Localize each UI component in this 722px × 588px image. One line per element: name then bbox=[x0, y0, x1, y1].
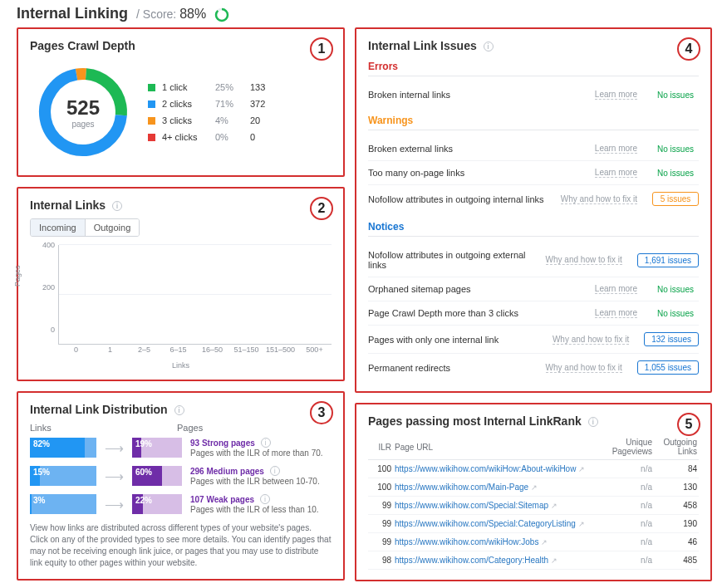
pages-bar: 19% bbox=[132, 438, 182, 458]
crawl-depth-legend: 1 click 25% 133 2 clicks 71% 372 3 click… bbox=[148, 82, 278, 142]
no-issues-label: No issues bbox=[652, 285, 699, 294]
card-link-distribution: 3 Internal Link Distribution i Links Pag… bbox=[17, 391, 345, 581]
card-number-2: 2 bbox=[310, 197, 333, 220]
cell-ilr: 99 bbox=[368, 497, 393, 515]
issue-name: Page Crawl Depth more than 3 clicks bbox=[368, 308, 595, 318]
col-uniq[interactable]: Unique Pageviews bbox=[602, 434, 654, 460]
y-tick: 200 bbox=[42, 283, 55, 292]
bar-label: 51–150 bbox=[229, 345, 263, 357]
info-icon[interactable]: i bbox=[260, 494, 270, 504]
table-row: 100 https://www.wikihow.com/wikiHow:Abou… bbox=[368, 460, 699, 478]
issue-help-link[interactable]: Why and how to fix it bbox=[546, 363, 622, 373]
issue-name: Nofollow attributes in outgoing external… bbox=[368, 250, 546, 270]
table-row: 100 https://www.wikihow.com/Main-Page↗ n… bbox=[368, 478, 699, 497]
external-link-icon[interactable]: ↗ bbox=[551, 502, 557, 510]
issue-help-link[interactable]: Learn more bbox=[595, 284, 637, 294]
legend-pct: 4% bbox=[215, 115, 243, 125]
no-issues-label: No issues bbox=[652, 145, 699, 154]
card-title: Pages passing most Internal LinkRank i bbox=[368, 414, 699, 428]
cell-ilr: 98 bbox=[368, 551, 393, 570]
col-out[interactable]: Outgoing Links bbox=[654, 434, 699, 460]
issue-count-pill[interactable]: 1,055 issues bbox=[637, 360, 699, 375]
issue-row: Page Crawl Depth more than 3 clicks Lear… bbox=[368, 301, 699, 325]
distribution-row[interactable]: 82% ⟶ 19% 93 Strong pages i Pages with t… bbox=[30, 438, 332, 458]
external-link-icon[interactable]: ↗ bbox=[578, 465, 585, 473]
links-bar: 15% bbox=[30, 466, 96, 486]
issue-name: Broken external links bbox=[368, 144, 595, 154]
arrow-right-icon: ⟶ bbox=[105, 468, 124, 484]
page-url-link[interactable]: https://www.wikihow.com/wikiHow:About-wi… bbox=[395, 464, 576, 473]
legend-row[interactable]: 2 clicks 71% 372 bbox=[148, 99, 278, 109]
card-number-3: 3 bbox=[310, 401, 333, 424]
info-icon[interactable]: i bbox=[112, 201, 122, 211]
no-issues-label: No issues bbox=[652, 91, 699, 100]
tab-outgoing[interactable]: Outgoing bbox=[85, 219, 140, 236]
legend-swatch bbox=[148, 117, 155, 125]
legend-swatch bbox=[148, 100, 155, 108]
cell-url: https://www.wikihow.com/wikiHow:About-wi… bbox=[393, 460, 602, 478]
col-ilr[interactable]: ILR bbox=[368, 434, 393, 460]
external-link-icon[interactable]: ↗ bbox=[541, 538, 548, 546]
cell-ilr: 100 bbox=[368, 478, 393, 497]
table-row: 99 https://www.wikihow.com/Special:Sitem… bbox=[368, 497, 699, 515]
issue-help-link[interactable]: Learn more bbox=[595, 308, 637, 318]
cell-uniq: n/a bbox=[602, 515, 654, 533]
bar-label: 0 bbox=[59, 345, 93, 357]
issue-row: Broken internal links Learn more No issu… bbox=[368, 83, 699, 106]
issue-help-link[interactable]: Why and how to fix it bbox=[546, 255, 622, 265]
page-header: Internal Linking / Score: 88% bbox=[0, 0, 722, 27]
distribution-note: View how links are distributed across di… bbox=[30, 522, 332, 569]
legend-label: 1 click bbox=[162, 82, 209, 92]
info-icon[interactable]: i bbox=[484, 42, 494, 51]
issue-count-pill[interactable]: 5 issues bbox=[652, 192, 699, 206]
distribution-row[interactable]: 3% ⟶ 22% 107 Weak pages i Pages with the… bbox=[30, 494, 332, 514]
col-url[interactable]: Page URL bbox=[393, 434, 602, 460]
tab-incoming[interactable]: Incoming bbox=[31, 219, 85, 236]
bar-label: 6–15 bbox=[161, 345, 195, 357]
legend-row[interactable]: 4+ clicks 0% 0 bbox=[148, 132, 278, 142]
card-number-5: 5 bbox=[677, 413, 700, 436]
legend-label: 4+ clicks bbox=[162, 132, 209, 142]
info-icon[interactable]: i bbox=[270, 466, 280, 476]
page-url-link[interactable]: https://www.wikihow.com/Special:Category… bbox=[395, 519, 576, 528]
issue-help-link[interactable]: Learn more bbox=[595, 168, 637, 178]
info-icon[interactable]: i bbox=[174, 405, 184, 415]
issue-help-link[interactable]: Why and how to fix it bbox=[561, 194, 637, 204]
issue-name: Broken internal links bbox=[368, 90, 595, 100]
cell-url: https://www.wikihow.com/Special:Category… bbox=[393, 515, 602, 533]
issue-row: Permanent redirects Why and how to fix i… bbox=[368, 353, 699, 381]
legend-row[interactable]: 1 click 25% 133 bbox=[148, 82, 278, 92]
bar-label: 1 bbox=[93, 345, 127, 357]
legend-label: 2 clicks bbox=[162, 99, 209, 109]
page-url-link[interactable]: https://www.wikihow.com/wikiHow:Jobs bbox=[395, 537, 538, 546]
bar-label: 500+ bbox=[297, 345, 332, 357]
svg-point-1 bbox=[216, 9, 228, 21]
cell-out: 190 bbox=[654, 515, 699, 533]
issue-help-link[interactable]: Why and how to fix it bbox=[553, 335, 629, 345]
external-link-icon[interactable]: ↗ bbox=[578, 520, 585, 528]
section-errors: Errors bbox=[368, 61, 699, 76]
page-url-link[interactable]: https://www.wikihow.com/Category:Health bbox=[395, 556, 548, 565]
external-link-icon[interactable]: ↗ bbox=[551, 556, 557, 565]
linkrank-table: ILR Page URL Unique Pageviews Outgoing L… bbox=[368, 434, 699, 570]
score-label: / Score: 88% bbox=[136, 7, 229, 22]
issue-count-pill[interactable]: 1,691 issues bbox=[637, 253, 699, 267]
issue-row: Broken external links Learn more No issu… bbox=[368, 137, 699, 160]
distribution-row[interactable]: 15% ⟶ 60% 296 Medium pages i Pages with … bbox=[30, 466, 332, 486]
issue-help-link[interactable]: Learn more bbox=[595, 144, 637, 154]
issue-help-link[interactable]: Learn more bbox=[595, 90, 637, 100]
section-warnings: Warnings bbox=[368, 115, 699, 130]
page-url-link[interactable]: https://www.wikihow.com/Special:Sitemap bbox=[395, 501, 548, 510]
legend-row[interactable]: 3 clicks 4% 20 bbox=[148, 115, 278, 125]
issue-count-pill[interactable]: 132 issues bbox=[644, 332, 699, 346]
card-linkrank-table: 5 Pages passing most Internal LinkRank i… bbox=[355, 403, 712, 581]
table-row: 99 https://www.wikihow.com/Special:Categ… bbox=[368, 515, 699, 533]
dist-head-pages: Pages bbox=[177, 423, 227, 433]
info-icon[interactable]: i bbox=[261, 438, 271, 448]
links-direction-tabs: Incoming Outgoing bbox=[30, 218, 140, 237]
info-icon[interactable]: i bbox=[588, 417, 598, 427]
card-crawl-depth: 1 Pages Crawl Depth 525 pages bbox=[17, 27, 345, 177]
page-url-link[interactable]: https://www.wikihow.com/Main-Page bbox=[395, 483, 528, 492]
external-link-icon[interactable]: ↗ bbox=[531, 483, 538, 492]
bar-label: 16–50 bbox=[195, 345, 229, 357]
